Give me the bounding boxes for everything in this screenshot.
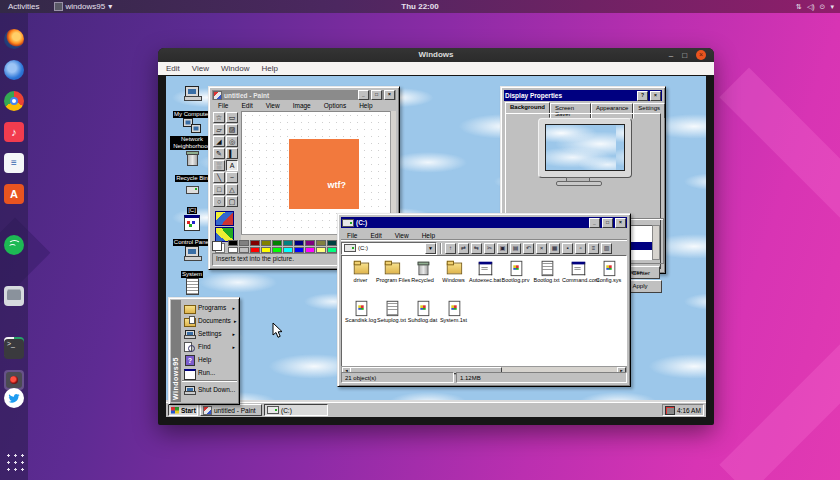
explorer-toolbar-button[interactable]: ⇄: [458, 243, 469, 254]
file-item[interactable]: Bootlog.prv: [500, 260, 531, 298]
start-menu-item[interactable]: Run...: [182, 366, 237, 379]
file-item[interactable]: Windows: [438, 260, 469, 298]
spotify-icon[interactable]: [4, 235, 24, 255]
file-item[interactable]: Setuplog.txt: [376, 300, 407, 338]
paint-menu-item[interactable]: Options: [318, 102, 352, 109]
paint-tool-button[interactable]: ▱: [213, 124, 225, 135]
palette-swatch[interactable]: [283, 240, 293, 246]
close-button[interactable]: ×: [615, 218, 626, 228]
explorer-toolbar-button[interactable]: ⇆: [471, 243, 482, 254]
paint-tool-button[interactable]: ▢: [226, 196, 238, 207]
twitter-icon[interactable]: [4, 388, 24, 408]
firefox-icon[interactable]: [4, 29, 24, 49]
music-icon[interactable]: ♪: [4, 122, 24, 142]
dropdown-arrow-icon[interactable]: ▼: [425, 243, 436, 254]
explorer-toolbar-button[interactable]: ↶: [523, 243, 534, 254]
start-menu-item[interactable]: Find ▸: [182, 340, 237, 353]
explorer-toolbar-button[interactable]: ↑: [445, 243, 456, 254]
chrome-icon[interactable]: [4, 91, 24, 111]
paint-tool-button[interactable]: ◢: [213, 136, 225, 147]
palette-swatch[interactable]: [239, 240, 249, 246]
close-button[interactable]: ×: [384, 90, 395, 100]
start-menu-item[interactable]: Documents ▸: [182, 314, 237, 327]
explorer-menu-item[interactable]: Help: [416, 232, 441, 239]
file-item[interactable]: driver: [345, 260, 376, 298]
explorer-menu-item[interactable]: File: [341, 232, 363, 239]
paint-tool-button[interactable]: ░: [213, 160, 225, 171]
explorer-toolbar-button[interactable]: ✂: [484, 243, 495, 254]
minimize-button[interactable]: –: [669, 51, 673, 60]
palette-swatch[interactable]: [272, 240, 282, 246]
display-properties-titlebar[interactable]: Display Properties ? ×: [504, 90, 662, 101]
help-button[interactable]: ?: [637, 91, 648, 101]
start-menu-item[interactable]: Settings ▸: [182, 327, 237, 340]
palette-swatch[interactable]: [305, 240, 315, 246]
paint-menu-item[interactable]: Help: [353, 102, 378, 109]
paint-menu-item[interactable]: View: [260, 102, 286, 109]
file-item[interactable]: Scandisk.log: [345, 300, 376, 338]
paint-tool-button[interactable]: △: [226, 184, 238, 195]
paint-tool-button[interactable]: A: [226, 160, 238, 171]
explorer-toolbar-button[interactable]: ≡: [588, 243, 599, 254]
palette-swatch[interactable]: [327, 240, 337, 246]
explorer-file-area[interactable]: driver Program Files Recycled Windows: [341, 255, 627, 367]
show-applications-icon[interactable]: [4, 451, 24, 471]
app-menu-item[interactable]: Edit: [166, 64, 180, 73]
paint-color-well[interactable]: [215, 211, 234, 226]
paint-titlebar[interactable]: untitled - Paint _ □ ×: [212, 90, 396, 100]
app-menu-item[interactable]: View: [192, 64, 209, 73]
paint-tool-button[interactable]: ~: [226, 172, 238, 183]
maximize-button[interactable]: □: [682, 51, 687, 60]
app-menu-item[interactable]: Help: [261, 64, 277, 73]
libreoffice-writer-icon[interactable]: ≡: [4, 153, 24, 173]
explorer-titlebar[interactable]: (C:) _ □ ×: [341, 217, 627, 228]
palette-swatch[interactable]: [228, 240, 238, 246]
paint-tool-button[interactable]: ○: [213, 196, 225, 207]
paint-menu-item[interactable]: Edit: [235, 102, 258, 109]
app-titlebar[interactable]: Windows – □ ×: [158, 48, 714, 62]
file-item[interactable]: Program Files: [376, 260, 407, 298]
paint-tool-button[interactable]: ✎: [213, 148, 225, 159]
close-button[interactable]: ×: [650, 91, 661, 101]
file-item[interactable]: Autoexec.bat: [469, 260, 500, 298]
palette-swatch[interactable]: [261, 240, 271, 246]
clock[interactable]: Thu 22:00: [0, 2, 840, 11]
paint-tool-button[interactable]: ▍: [226, 148, 238, 159]
app-menu-item[interactable]: Window: [221, 64, 249, 73]
start-menu-item-shutdown[interactable]: Shut Down...: [182, 383, 237, 396]
start-menu-item[interactable]: Programs ▸: [182, 301, 237, 314]
taskbar-tray[interactable]: 4:16 AM: [662, 404, 704, 416]
paint-tool-button[interactable]: □: [213, 184, 225, 195]
palette-swatch[interactable]: [294, 240, 304, 246]
terminal-icon[interactable]: >_: [4, 339, 24, 359]
paint-tool-button[interactable]: ▭: [226, 112, 238, 123]
taskbar-task-paint[interactable]: untitled - Paint: [200, 404, 262, 416]
paint-tool-button[interactable]: ◎: [226, 136, 238, 147]
file-item[interactable]: System.1st: [438, 300, 469, 338]
palette-swatch[interactable]: [250, 240, 260, 246]
file-item[interactable]: Config.sys: [593, 260, 624, 298]
explorer-toolbar-button[interactable]: ▫: [575, 243, 586, 254]
paint-tool-button[interactable]: ▨: [226, 124, 238, 135]
thunderbird-icon[interactable]: [4, 60, 24, 80]
system-tray[interactable]: ⇅ ◁) ⊙ ▾: [796, 0, 834, 13]
windows95-app-icon[interactable]: [4, 370, 24, 390]
start-button[interactable]: Start: [168, 404, 198, 416]
explorer-toolbar-button[interactable]: ▣: [497, 243, 508, 254]
paint-menu-item[interactable]: File: [212, 102, 234, 109]
file-item[interactable]: Command.com: [562, 260, 593, 298]
paint-tool-button[interactable]: ☆: [213, 112, 225, 123]
explorer-toolbar-button[interactable]: ▦: [549, 243, 560, 254]
file-item[interactable]: Suhdlog.dat: [407, 300, 438, 338]
close-button[interactable]: ×: [696, 50, 706, 60]
address-combobox[interactable]: (C:) ▼: [341, 242, 437, 255]
maximize-button[interactable]: □: [602, 218, 613, 228]
palette-swatch[interactable]: [316, 240, 326, 246]
maximize-button[interactable]: □: [371, 90, 382, 100]
file-item[interactable]: Bootlog.txt: [531, 260, 562, 298]
explorer-toolbar-button[interactable]: ×: [536, 243, 547, 254]
explorer-menu-item[interactable]: View: [389, 232, 415, 239]
file-item[interactable]: Recycled: [407, 260, 438, 298]
wallpaper-list-scrollbar[interactable]: [652, 225, 660, 260]
paint-menu-item[interactable]: Image: [287, 102, 317, 109]
